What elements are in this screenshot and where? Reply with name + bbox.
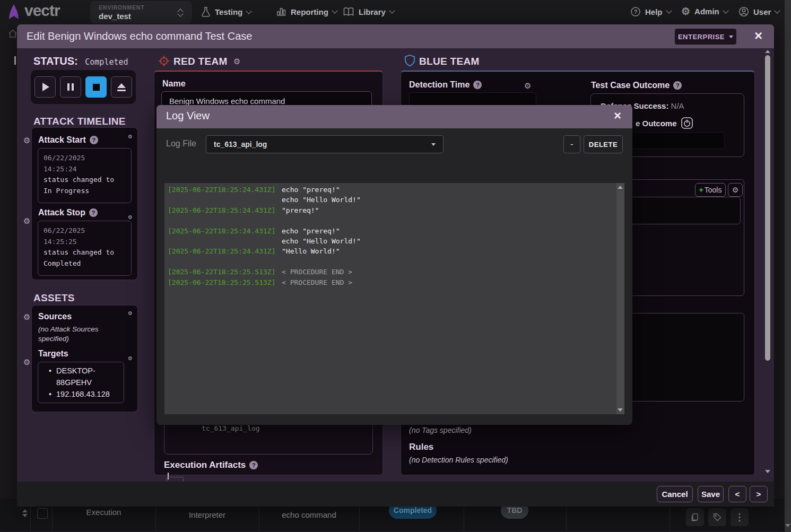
blue-team-shield-icon: [404, 54, 415, 67]
power-icon[interactable]: [681, 117, 693, 129]
red-team-target-icon: [158, 55, 170, 67]
log-content-area[interactable]: [2025-06-22T18:25:24.431Z]echo "prereq!"…: [164, 183, 624, 414]
collapse-button[interactable]: -: [563, 135, 580, 153]
log-scrollbar[interactable]: [616, 183, 624, 414]
log-message: echo "Hello World!": [282, 196, 361, 206]
rules-empty-text: (no Detection Rules specified): [409, 455, 508, 465]
enterprise-dropdown-button[interactable]: ENTERPRISE: [675, 29, 736, 45]
log-timestamp: [168, 237, 276, 247]
nav-help[interactable]: ? Help: [630, 6, 671, 17]
log-file-label: Log File: [166, 139, 196, 149]
caret-down-icon: [729, 36, 733, 38]
save-button[interactable]: Save: [698, 486, 724, 502]
nav-testing[interactable]: Testing: [201, 6, 251, 18]
plus-icon: +: [699, 186, 703, 194]
log-timestamp: [2025-06-22T18:25:24.431Z]: [168, 247, 276, 257]
home-icon[interactable]: [7, 29, 18, 38]
stop-icon: [93, 84, 100, 91]
targets-box: DESKTOP-88GPEHV 192.168.43.128: [38, 362, 124, 403]
row-checkbox[interactable]: [37, 508, 48, 519]
help-badge-icon[interactable]: ?: [89, 208, 98, 217]
next-button[interactable]: >: [750, 486, 768, 502]
updown-chevrons-icon: [178, 7, 182, 16]
vectr-logo-icon[interactable]: [5, 3, 22, 21]
log-scroll-down-icon[interactable]: [618, 408, 623, 412]
sort-icon[interactable]: [22, 509, 28, 517]
prev-button[interactable]: <: [728, 486, 746, 502]
status-label: STATUS:: [33, 55, 78, 67]
pause-button[interactable]: [60, 76, 81, 98]
sources-settings-icon[interactable]: ⚙⚙: [23, 313, 129, 321]
attack-stop-message: status changed to: [44, 247, 126, 258]
attack-stop-label: Attack Stop: [38, 208, 85, 217]
environment-value: dev_test: [99, 12, 131, 21]
page-scrollbar[interactable]: [785, 0, 791, 532]
nav-help-label: Help: [645, 7, 663, 16]
detection-time-label: Detection Time: [409, 80, 470, 90]
help-badge-icon[interactable]: ?: [673, 81, 682, 90]
log-message: echo "Hello World!": [282, 237, 361, 247]
attack-stop-box: 06/22/2025 14:25:25 status changed to Co…: [38, 221, 132, 276]
delete-button[interactable]: DELETE: [584, 135, 623, 153]
log-message: "Hello World!": [282, 247, 340, 257]
tags-empty-text: (no Tags specified): [409, 425, 472, 435]
help-circle-icon: ?: [630, 6, 641, 17]
modal-scroll-down-icon[interactable]: [765, 470, 770, 473]
nav-reporting[interactable]: Reporting: [276, 6, 337, 17]
log-file-select[interactable]: tc_613_api_log: [206, 135, 444, 153]
edit-modal-footer: Cancel Save < >: [17, 482, 774, 507]
nav-user[interactable]: User: [738, 6, 779, 17]
attack-start-date: 06/22/2025: [44, 153, 126, 164]
nav-admin[interactable]: ⚙ Admin: [681, 6, 728, 16]
copy-file-icon[interactable]: [686, 508, 704, 526]
cancel-button[interactable]: Cancel: [657, 486, 693, 502]
execution-artifacts-row: Execution Artifacts ?: [164, 460, 258, 470]
tools-gear-icon[interactable]: ⚙: [728, 183, 743, 197]
pause-icon: [67, 83, 74, 91]
eject-button[interactable]: [111, 76, 132, 98]
attack-start-state: In Progress: [44, 186, 126, 197]
environment-label: ENVIRONMENT: [99, 4, 144, 11]
log-modal-title: Log View: [166, 110, 210, 122]
attack-start-box: 06/22/2025 14:25:24 status changed to In…: [38, 148, 132, 203]
stop-button[interactable]: [85, 76, 107, 98]
edit-modal-close-icon[interactable]: ×: [754, 29, 762, 42]
name-label: Name: [162, 79, 186, 89]
gear-icon: ⚙: [681, 6, 690, 16]
log-file-list-item[interactable]: tc_613_api_log: [202, 424, 260, 432]
modal-scrollbar-thumb[interactable]: [765, 55, 770, 361]
play-icon: [42, 83, 49, 91]
attack-start-settings-icon[interactable]: ⚙⚙: [23, 136, 129, 144]
status-value: Completed: [81, 57, 128, 67]
red-team-heading: RED TEAM: [173, 56, 228, 67]
tag-icon[interactable]: [708, 508, 726, 526]
scroll-down-arrow-icon[interactable]: [785, 524, 790, 527]
log-timestamp: [168, 258, 276, 268]
user-icon: [738, 6, 749, 17]
override-outcome-row: e Outcome: [636, 117, 693, 129]
caret-down-icon: [431, 143, 436, 146]
help-badge-icon[interactable]: ?: [249, 461, 258, 469]
play-button[interactable]: [34, 76, 56, 98]
status-row: STATUS: Completed: [33, 55, 128, 67]
help-badge-icon[interactable]: ?: [473, 81, 482, 89]
attack-stop-date: 06/22/2025: [44, 225, 126, 237]
chevron-down-icon: [666, 7, 672, 13]
cell-name-line2: echo command: [259, 510, 359, 519]
detection-time-row: Detection Time ?: [409, 80, 482, 90]
log-message: < PROCEDURE END >: [282, 278, 352, 289]
log-scroll-up-icon[interactable]: [618, 186, 623, 189]
environment-selector[interactable]: ENVIRONMENT dev_test: [90, 1, 192, 23]
execution-artifacts-label: Execution Artifacts: [164, 460, 246, 470]
vectr-logo-text[interactable]: vectr: [24, 2, 60, 20]
nav-library[interactable]: Library: [343, 6, 394, 17]
attack-stop-label-row: Attack Stop ?: [38, 208, 98, 217]
screen: vectr ENVIRONMENT dev_test Testing Repor…: [0, 0, 791, 532]
red-team-settings-icon[interactable]: ⚙⚙: [233, 57, 791, 65]
log-modal-close-icon[interactable]: ×: [614, 109, 621, 122]
log-lines: [2025-06-22T18:25:24.431Z]echo "prereq!"…: [168, 186, 613, 289]
add-tools-button[interactable]: + Tools: [695, 183, 726, 197]
log-message: < PROCEDURE END >: [282, 268, 352, 278]
modal-scroll-up-icon[interactable]: [765, 50, 770, 53]
more-menu-icon[interactable]: ⋮: [731, 508, 749, 526]
